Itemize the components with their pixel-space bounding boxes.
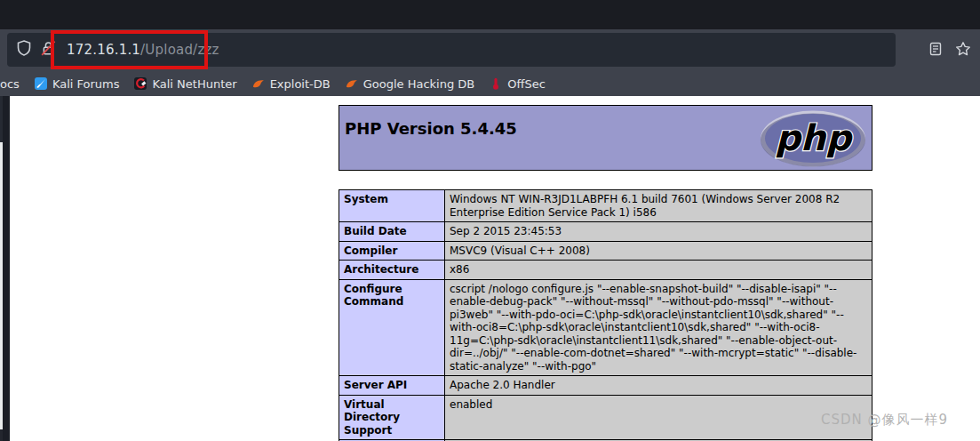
row-value: Apache 2.0 Handler — [445, 376, 872, 396]
bookmark-star-icon[interactable] — [955, 41, 971, 60]
left-edge-dark-bar — [3, 96, 10, 441]
bookmark-item-exploit-db[interactable]: Exploit-DB — [252, 77, 331, 91]
table-row: Server API Apache 2.0 Handler — [339, 376, 872, 396]
kali-forums-icon — [35, 77, 47, 90]
row-label: Compiler — [339, 241, 445, 261]
row-label: System — [339, 190, 445, 222]
bookmarks-toolbar: ocs Kali Forums Kali NetHunter Exploit-D… — [0, 71, 980, 96]
bookmark-item-docs-cut[interactable]: ocs — [0, 77, 20, 91]
bookmark-label: Exploit-DB — [270, 77, 331, 91]
bookmark-item-kali-nethunter[interactable]: Kali NetHunter — [134, 77, 236, 91]
url-host[interactable]: 172.16.1.1 — [67, 42, 140, 58]
shield-icon[interactable] — [16, 40, 32, 60]
bookmark-label: OffSec — [507, 77, 546, 91]
phpinfo-table: System Windows NT WIN-R3JD1LABPFH 6.1 bu… — [339, 189, 872, 441]
google-hacking-db-bird-icon — [346, 77, 358, 90]
row-label: Architecture — [339, 261, 445, 280]
row-value: Windows NT WIN-R3JD1LABPFH 6.1 build 760… — [445, 190, 872, 222]
row-label: Server API — [339, 376, 445, 396]
identity-box[interactable] — [7, 40, 67, 60]
row-label: Virtual Directory Support — [339, 395, 445, 440]
bookmark-item-offsec[interactable]: OffSec — [490, 77, 546, 91]
navigation-toolbar: 172.16.1.1/Upload/zzz — [0, 29, 980, 71]
url-bar[interactable]: 172.16.1.1/Upload/zzz — [7, 33, 896, 67]
insecure-lock-icon[interactable] — [41, 40, 56, 60]
php-logo-text: php — [775, 117, 853, 158]
bookmark-item-kali-forums[interactable]: Kali Forums — [35, 77, 120, 91]
row-value: Sep 2 2015 23:45:53 — [445, 222, 872, 242]
bookmark-label: ocs — [0, 77, 20, 91]
table-row: Architecture x86 — [339, 261, 872, 280]
php-version-header: PHP Version 5.4.45 php — [339, 105, 872, 171]
table-row: Virtual Directory Support enabled — [339, 395, 872, 440]
row-label: Configure Command — [339, 279, 445, 376]
bookmark-label: Kali Forums — [52, 77, 120, 91]
browser-window: 172.16.1.1/Upload/zzz ocs Kali Forums — [0, 0, 980, 441]
table-row: Build Date Sep 2 2015 23:45:53 — [339, 222, 872, 242]
row-value: x86 — [445, 261, 872, 280]
bookmark-label: Google Hacking DB — [363, 77, 475, 91]
bookmark-item-google-hacking-db[interactable]: Google Hacking DB — [346, 77, 475, 91]
row-label: Build Date — [339, 222, 445, 242]
csdn-watermark: CSDN @像风一样9 — [821, 412, 948, 429]
reader-mode-icon[interactable] — [928, 42, 943, 60]
row-value: cscript /nologo configure.js "--enable-s… — [445, 279, 872, 376]
url-text[interactable]: 172.16.1.1/Upload/zzz — [67, 42, 219, 58]
kali-nethunter-icon — [134, 77, 147, 90]
offsec-icon — [490, 77, 502, 90]
url-path[interactable]: /Upload/zzz — [140, 42, 219, 58]
table-row: System Windows NT WIN-R3JD1LABPFH 6.1 bu… — [339, 190, 872, 222]
row-value: enabled — [445, 395, 872, 440]
table-row: Configure Command cscript /nologo config… — [339, 279, 872, 376]
tab-bar[interactable] — [0, 0, 980, 29]
web-page-phpinfo: PHP Version 5.4.45 php System Windows NT… — [0, 96, 980, 441]
exploit-db-bird-icon — [252, 77, 265, 90]
table-row: Compiler MSVC9 (Visual C++ 2008) — [339, 241, 872, 261]
php-logo: php — [759, 109, 867, 172]
bookmark-label: Kali NetHunter — [152, 77, 236, 91]
row-value: MSVC9 (Visual C++ 2008) — [445, 241, 872, 261]
